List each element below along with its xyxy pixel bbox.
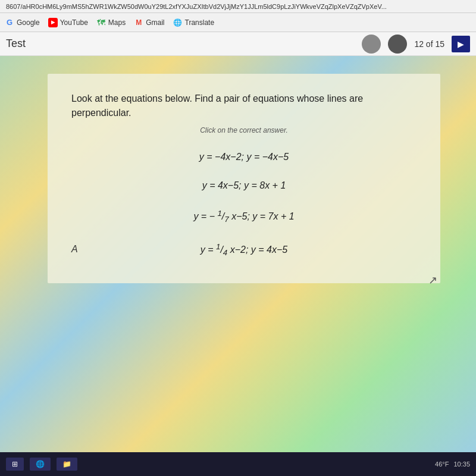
- answer-option-4-wrapper: A y = 1/4 x−2; y = 4x−5: [71, 240, 416, 260]
- url-bar[interactable]: 8607/aHR0cHM6Ly9mMS5hZWR1WkZW50dW0uY29tL…: [0, 0, 476, 13]
- maps-icon: 🗺: [96, 18, 106, 27]
- bookmark-translate-label: Translate: [185, 18, 215, 27]
- answer-option-3[interactable]: y = − 1/7 x−5; y = 7x + 1: [189, 206, 299, 227]
- equation-3: y = − 1/7 x−5; y = 7x + 1: [193, 211, 294, 221]
- taskbar-files[interactable]: 📁: [57, 458, 77, 471]
- page-counter: 12 of 15: [414, 39, 444, 49]
- circle-button-1[interactable]: [362, 35, 381, 54]
- instruction-text: Click on the correct answer.: [71, 126, 416, 134]
- answer-option-2[interactable]: y = 4x−5; y = 8x + 1: [198, 178, 291, 193]
- bookmark-google[interactable]: G Google: [5, 18, 40, 27]
- app-toolbar: Test 12 of 15 ▶: [0, 32, 476, 56]
- main-content: Look at the equations below. Find a pair…: [0, 56, 476, 452]
- youtube-icon: ▶: [48, 18, 58, 27]
- taskbar-right: 46°F 10:35: [435, 461, 470, 468]
- translate-icon: 🌐: [173, 18, 183, 27]
- next-button[interactable]: ▶: [452, 36, 470, 52]
- a-marker: A: [71, 244, 78, 255]
- temperature: 46°F: [435, 461, 449, 468]
- bookmark-translate[interactable]: 🌐 Translate: [173, 18, 215, 27]
- equation-4: y = 1/4 x−2; y = 4x−5: [201, 245, 288, 255]
- bookmark-youtube-label: YouTube: [60, 18, 88, 27]
- content-card: Look at the equations below. Find a pair…: [48, 74, 440, 283]
- bookmark-youtube[interactable]: ▶ YouTube: [48, 18, 88, 27]
- page-title: Test: [6, 37, 362, 50]
- toolbar-right: 12 of 15 ▶: [362, 35, 470, 54]
- answer-option-4[interactable]: y = 1/4 x−2; y = 4x−5: [71, 240, 416, 260]
- bookmarks-bar: G Google ▶ YouTube 🗺 Maps M Gmail 🌐 Tran…: [0, 13, 476, 32]
- clock: 10:35: [453, 461, 470, 468]
- taskbar-browser[interactable]: 🌐: [30, 458, 51, 471]
- equation-1: y = −4x−2; y = −4x−5: [199, 152, 289, 162]
- start-button[interactable]: ⊞: [6, 458, 24, 471]
- bookmark-google-label: Google: [17, 18, 40, 27]
- gmail-icon: M: [134, 18, 143, 27]
- equation-2: y = 4x−5; y = 8x + 1: [202, 180, 286, 190]
- answer-options: y = −4x−2; y = −4x−5 y = 4x−5; y = 8x + …: [71, 149, 416, 259]
- bookmark-maps[interactable]: 🗺 Maps: [96, 18, 126, 27]
- taskbar: ⊞ 🌐 📁 46°F 10:35: [0, 452, 476, 476]
- bookmark-gmail-label: Gmail: [146, 18, 164, 27]
- question-text: Look at the equations below. Find a pair…: [71, 92, 416, 120]
- url-text: 8607/aHR0cHM6Ly9mMS5hZWR1WkZW50dW0uY29tL…: [6, 3, 387, 10]
- cursor-indicator: ↗: [428, 274, 437, 287]
- bookmark-maps-label: Maps: [108, 18, 126, 27]
- google-icon: G: [5, 18, 14, 27]
- bookmark-gmail[interactable]: M Gmail: [134, 18, 164, 27]
- circle-button-2[interactable]: [388, 35, 407, 54]
- answer-option-1[interactable]: y = −4x−2; y = −4x−5: [195, 149, 293, 165]
